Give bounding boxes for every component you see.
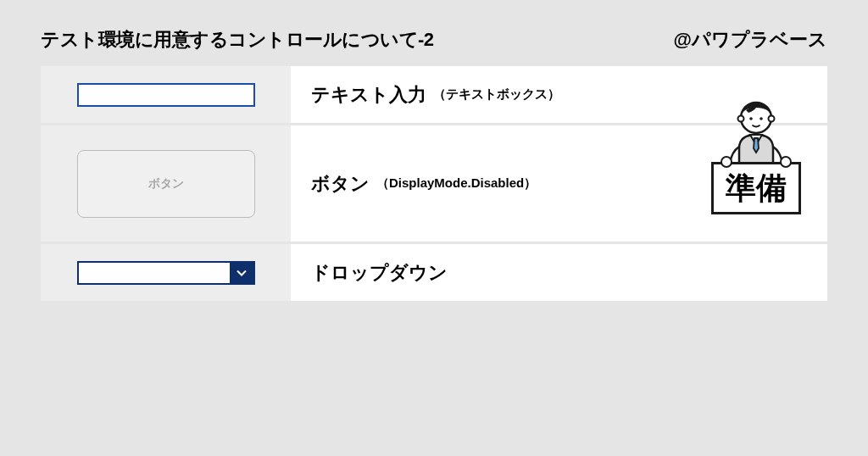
hand-icon	[721, 156, 732, 168]
businessman-icon	[718, 97, 794, 165]
page-title: テスト環境に用意するコントロールについて-2	[41, 27, 434, 53]
control-preview-cell	[41, 244, 291, 303]
control-preview-cell: ボタン	[41, 125, 291, 244]
character-figure: 準備	[686, 97, 826, 214]
control-subtitle: （テキストボックス）	[433, 86, 560, 103]
svg-point-4	[760, 117, 763, 120]
sign-label: 準備	[726, 170, 787, 205]
dropdown-control[interactable]	[77, 261, 255, 285]
header: テスト環境に用意するコントロールについて-2 @パワプラベース	[0, 0, 868, 66]
table-row: ドロップダウン	[41, 244, 827, 303]
control-subtitle: （DisplayMode.Disabled）	[376, 175, 537, 192]
control-description-cell: ドロップダウン	[291, 244, 827, 303]
author-handle: @パワプラベース	[674, 27, 827, 53]
control-title: テキスト入力	[311, 82, 426, 108]
svg-point-2	[768, 116, 774, 122]
control-preview-cell	[41, 66, 291, 125]
sign-board: 準備	[711, 162, 801, 214]
chevron-down-icon	[236, 270, 247, 276]
dropdown-body[interactable]	[79, 263, 230, 283]
disabled-button-control: ボタン	[77, 150, 255, 218]
svg-point-1	[737, 116, 743, 122]
control-title: ドロップダウン	[311, 260, 448, 286]
dropdown-toggle[interactable]	[230, 263, 253, 283]
svg-point-3	[749, 117, 753, 120]
control-title: ボタン	[311, 171, 370, 197]
text-input-control[interactable]	[77, 83, 255, 107]
disabled-button-label: ボタン	[148, 176, 184, 192]
hand-icon	[780, 156, 792, 168]
